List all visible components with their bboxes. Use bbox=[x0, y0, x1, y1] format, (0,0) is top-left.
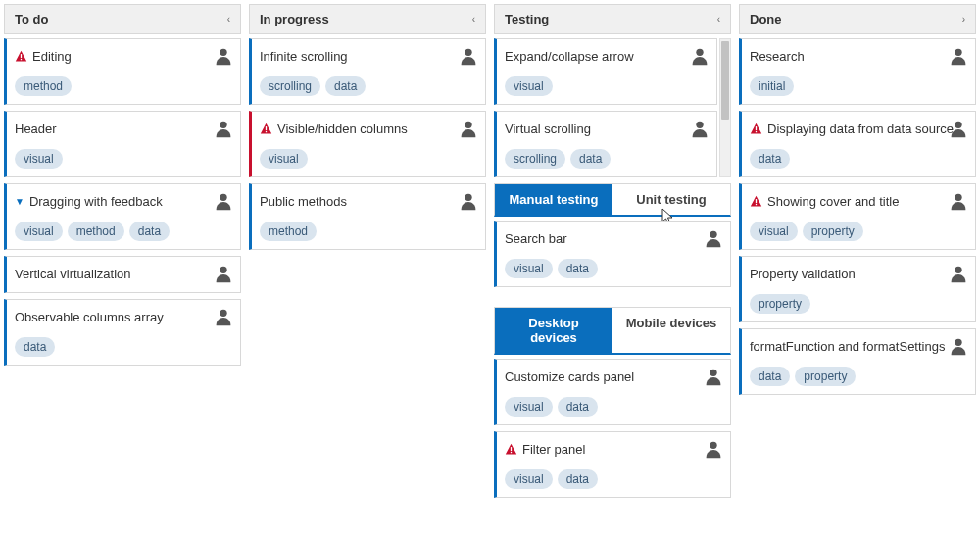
tag[interactable]: scrolling bbox=[505, 149, 565, 169]
avatar-icon[interactable] bbox=[458, 190, 479, 212]
card-title: Public methods bbox=[260, 194, 347, 209]
caret-down-icon[interactable]: ▼ bbox=[15, 196, 24, 207]
tag[interactable]: scrolling bbox=[260, 76, 320, 96]
svg-point-19 bbox=[955, 49, 961, 56]
avatar-icon[interactable] bbox=[703, 227, 724, 249]
kanban-card[interactable]: Public methodsmethod bbox=[249, 183, 486, 250]
svg-point-15 bbox=[710, 370, 716, 376]
collapse-icon[interactable]: ‹ bbox=[717, 14, 720, 25]
kanban-card[interactable]: Headervisual bbox=[4, 111, 241, 177]
tag-list: method bbox=[15, 76, 232, 96]
card-header: Vertical virtualization bbox=[15, 263, 232, 284]
tag[interactable]: data bbox=[558, 259, 598, 278]
scroll-thumb[interactable] bbox=[721, 41, 729, 120]
tag-list: scrollingdata bbox=[505, 149, 709, 169]
tag-list: visual bbox=[15, 149, 232, 169]
tag[interactable]: data bbox=[558, 397, 598, 417]
avatar-icon[interactable] bbox=[213, 118, 234, 139]
warning-icon bbox=[15, 50, 27, 63]
avatar-icon[interactable] bbox=[213, 306, 234, 327]
column-header-testing[interactable]: Testing ‹ bbox=[494, 4, 731, 34]
avatar-icon[interactable] bbox=[948, 45, 969, 67]
avatar-icon[interactable] bbox=[948, 335, 969, 357]
tag[interactable]: data bbox=[750, 367, 790, 386]
kanban-card[interactable]: Observable columns arraydata bbox=[4, 299, 241, 366]
avatar-icon[interactable] bbox=[458, 118, 479, 139]
kanban-card[interactable]: Showing cover and titlevisualproperty bbox=[739, 183, 976, 250]
kanban-card[interactable]: Researchinitial bbox=[739, 38, 976, 105]
svg-point-5 bbox=[220, 267, 226, 273]
tag[interactable]: method bbox=[68, 222, 124, 241]
tag[interactable]: property bbox=[750, 294, 810, 314]
kanban-card[interactable]: Infinite scrollingscrollingdata bbox=[249, 38, 486, 105]
kanban-card[interactable]: Displaying data from data sourcedata bbox=[739, 111, 976, 177]
card-list-todo: EditingmethodHeadervisual▼Dragging with … bbox=[4, 38, 241, 366]
tag[interactable]: visual bbox=[505, 76, 553, 96]
tab-unit-testing[interactable]: Unit testing bbox=[612, 184, 730, 215]
tag[interactable]: visual bbox=[260, 149, 308, 169]
tag[interactable]: initial bbox=[750, 76, 794, 96]
card-title: Property validation bbox=[750, 267, 856, 281]
svg-rect-8 bbox=[266, 126, 267, 130]
tag[interactable]: visual bbox=[15, 149, 63, 169]
card-header: Observable columns array bbox=[15, 306, 232, 327]
tag[interactable]: data bbox=[129, 222, 170, 241]
avatar-icon[interactable] bbox=[213, 45, 234, 67]
svg-rect-1 bbox=[21, 58, 22, 59]
tag[interactable]: visual bbox=[750, 222, 798, 241]
tag[interactable]: data bbox=[15, 337, 55, 357]
tag[interactable]: visual bbox=[505, 469, 553, 489]
card-header: Research bbox=[750, 45, 967, 67]
avatar-icon[interactable] bbox=[703, 366, 724, 387]
kanban-card[interactable]: Filter panelvisualdata bbox=[494, 431, 731, 498]
tag[interactable]: visual bbox=[15, 222, 63, 241]
kanban-card[interactable]: Search barvisualdata bbox=[494, 221, 731, 287]
card-header: Displaying data from data source bbox=[750, 118, 967, 139]
avatar-icon[interactable] bbox=[948, 190, 969, 212]
column-header-inprogress[interactable]: In progress ‹ bbox=[249, 4, 486, 34]
avatar-icon[interactable] bbox=[948, 118, 969, 139]
kanban-card[interactable]: ▼Dragging with feedbackvisualmethoddata bbox=[4, 183, 241, 250]
kanban-card[interactable]: Customize cards panelvisualdata bbox=[494, 359, 731, 425]
avatar-icon[interactable] bbox=[948, 263, 969, 284]
kanban-card[interactable]: Editingmethod bbox=[4, 38, 241, 105]
collapse-icon[interactable]: ‹ bbox=[472, 14, 475, 25]
card-title: Infinite scrolling bbox=[260, 49, 348, 64]
kanban-card[interactable]: Expand/collapse arrowvisual bbox=[494, 38, 717, 105]
scrollbar[interactable] bbox=[719, 38, 731, 177]
svg-point-6 bbox=[220, 310, 226, 317]
tag[interactable]: visual bbox=[505, 397, 553, 417]
avatar-icon[interactable] bbox=[703, 438, 724, 460]
tab-desktop-devices[interactable]: Desktop devices bbox=[495, 308, 612, 353]
kanban-card[interactable]: Vertical virtualization bbox=[4, 256, 241, 293]
kanban-card[interactable]: Virtual scrollingscrollingdata bbox=[494, 111, 717, 177]
tag-list: property bbox=[750, 294, 967, 314]
avatar-icon[interactable] bbox=[689, 45, 710, 67]
tab-manual-testing[interactable]: Manual testing bbox=[495, 184, 612, 215]
tag[interactable]: data bbox=[325, 76, 366, 96]
column-header-done[interactable]: Done › bbox=[739, 4, 976, 34]
collapse-icon[interactable]: ‹ bbox=[227, 14, 230, 25]
tag[interactable]: data bbox=[570, 149, 611, 169]
avatar-icon[interactable] bbox=[213, 190, 234, 212]
tag[interactable]: method bbox=[15, 76, 72, 96]
tag[interactable]: visual bbox=[505, 259, 553, 278]
kanban-card[interactable]: formatFunction and formatSettingsdatapro… bbox=[739, 328, 976, 395]
warning-icon bbox=[750, 123, 762, 135]
avatar-icon[interactable] bbox=[213, 263, 234, 284]
kanban-card[interactable]: Visible/hidden columnsvisual bbox=[249, 111, 486, 177]
warning-icon bbox=[750, 195, 762, 208]
tag[interactable]: data bbox=[750, 149, 790, 169]
tag[interactable]: data bbox=[558, 469, 598, 489]
avatar-icon[interactable] bbox=[458, 45, 479, 67]
column-header-todo[interactable]: To do ‹ bbox=[4, 4, 241, 34]
avatar-icon[interactable] bbox=[689, 118, 710, 139]
expand-icon[interactable]: › bbox=[962, 14, 965, 25]
tag[interactable]: property bbox=[795, 367, 856, 386]
tag[interactable]: method bbox=[260, 222, 317, 241]
tag[interactable]: property bbox=[803, 222, 863, 241]
card-title: Header bbox=[15, 122, 57, 136]
kanban-card[interactable]: Property validationproperty bbox=[739, 256, 976, 322]
tab-mobile-devices[interactable]: Mobile devices bbox=[612, 308, 730, 353]
svg-point-14 bbox=[710, 231, 716, 238]
